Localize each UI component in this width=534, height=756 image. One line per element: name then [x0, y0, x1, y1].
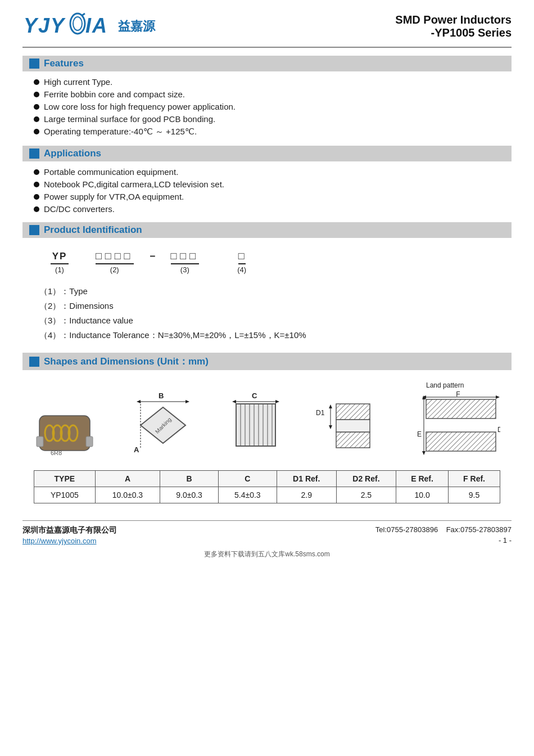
svg-text:YJY: YJY — [24, 14, 66, 37]
svg-text:A: A — [134, 446, 139, 454]
table-header-row: TYPE A B C D1 Ref. D2 Ref. E Ref. F Ref. — [34, 471, 500, 487]
svg-marker-15 — [137, 400, 141, 403]
logo-yjycoin: YJY IA — [22, 11, 112, 41]
col-c: C — [218, 471, 277, 487]
bullet-dot — [34, 79, 39, 85]
svg-text:C: C — [252, 392, 257, 400]
list-item: Notebook PC,digital carmera,LCD televisi… — [34, 179, 512, 189]
list-item: Operating temperature:-40℃ ～ +125℃. — [34, 127, 512, 137]
pid-top-2: □□□□ — [96, 250, 134, 264]
cell-d2: 2.5 — [336, 487, 396, 503]
features-list: High current Type. Ferrite bobbin core a… — [22, 77, 512, 146]
col-type: TYPE — [34, 471, 96, 487]
bullet-dot — [34, 129, 39, 134]
svg-point-2 — [73, 17, 82, 30]
page-header: YJY IA 益嘉源 SMD Power Inductors -YP1005 S… — [22, 11, 512, 48]
pid-bottom-4: (4) — [237, 266, 246, 274]
svg-text:6R8: 6R8 — [51, 449, 62, 456]
applications-list: Portable communication equipment. Notebo… — [22, 167, 512, 222]
pid-part-3: □□□ (3) — [171, 250, 200, 274]
footer-left: 深圳市益嘉源电子有限公司 http://www.yjycoin.com — [22, 525, 117, 545]
land-pattern-label: Land pattern — [426, 381, 464, 389]
pid-part-2: □□□□ (2) — [96, 250, 134, 274]
bullet-dot — [34, 116, 39, 122]
logo-area: YJY IA 益嘉源 — [22, 11, 155, 41]
bullet-dot — [34, 194, 39, 200]
shapes-section: 6R8 B Marking A — [22, 376, 512, 511]
cell-c: 5.4±0.3 — [218, 487, 277, 503]
pid-bottom-2: (2) — [110, 266, 119, 274]
product-id-title: Product Identification — [44, 224, 142, 236]
features-header: Features — [22, 56, 512, 71]
applications-header: Applications — [22, 146, 512, 161]
svg-rect-12 — [86, 436, 93, 447]
footer-url[interactable]: http://www.yjycoin.com — [22, 537, 117, 545]
pid-part-4: □ (4) — [237, 250, 246, 274]
svg-text:E: E — [417, 430, 422, 438]
col-f: F Ref. — [449, 471, 500, 487]
svg-text:F: F — [456, 392, 460, 398]
product-id-blue-square — [29, 225, 39, 235]
bullet-dot — [34, 92, 39, 97]
list-item: High current Type. — [34, 77, 512, 87]
cell-e: 10.0 — [396, 487, 449, 503]
svg-rect-48 — [426, 399, 496, 418]
side-view-svg: B Marking A — [129, 392, 197, 459]
svg-text:B: B — [159, 392, 164, 400]
front-view-diagram: D1 — [315, 392, 382, 459]
footer-bottom: 更多资料下载请到五八文库wk.58sms.com — [22, 550, 512, 559]
legend-item-3: （3）：Inductance value — [39, 316, 500, 326]
col-e: E Ref. — [396, 471, 449, 487]
list-item: Large terminal surface for good PCB bond… — [34, 114, 512, 124]
svg-rect-38 — [336, 404, 370, 420]
svg-marker-24 — [275, 400, 279, 403]
product-id-header: Product Identification — [22, 222, 512, 238]
svg-rect-54 — [426, 432, 496, 451]
cross-section-svg: C — [230, 392, 281, 459]
features-blue-square — [29, 58, 39, 69]
list-item: Power supply for VTR,OA equipment. — [34, 192, 512, 201]
footer-contact: Tel:0755-27803896 Fax:0755-27803897 — [375, 525, 512, 534]
legend-item-1: （1）：Type — [39, 286, 500, 297]
pid-top-4: □ — [238, 250, 246, 264]
cell-type: YP1005 — [34, 487, 96, 503]
col-d1: D1 Ref. — [277, 471, 336, 487]
bullet-dot — [34, 206, 39, 212]
land-pattern-svg: F E D2 — [416, 392, 500, 459]
svg-marker-53 — [422, 451, 426, 455]
list-item: DC/DC converters. — [34, 204, 512, 214]
shapes-title: Shapes and Dimensions (Unit：mm) — [44, 355, 209, 368]
inductor-svg: 6R8 — [34, 406, 96, 459]
product-title-line1: SMD Power Inductors — [395, 14, 512, 26]
dimensions-table: TYPE A B C D1 Ref. D2 Ref. E Ref. F Ref.… — [34, 470, 500, 503]
svg-marker-36 — [329, 404, 332, 408]
footer-right: Tel:0755-27803896 Fax:0755-27803897 - 1 … — [375, 525, 512, 544]
cell-b: 9.0±0.3 — [160, 487, 219, 503]
shapes-blue-square — [29, 357, 39, 367]
inductor-photo: 6R8 — [34, 406, 96, 459]
bullet-dot — [34, 182, 39, 187]
svg-line-3 — [82, 14, 85, 16]
side-view-diagram: B Marking A — [129, 392, 197, 459]
bullet-dot — [34, 104, 39, 110]
product-id-section: YP (1) □□□□ (2) － □□□ (3) □ (4) （1）：Type… — [22, 244, 512, 353]
shapes-header: Shapes and Dimensions (Unit：mm) — [22, 353, 512, 370]
footer-company: 深圳市益嘉源电子有限公司 — [22, 525, 117, 536]
svg-text:D1: D1 — [316, 409, 325, 417]
logo-svg: YJY IA — [22, 11, 112, 37]
features-title: Features — [44, 58, 84, 69]
pid-top-3: □□□ — [171, 250, 200, 264]
legend-item-4: （4）：Inductance Tolerance：N=±30%,M=±20%，L… — [39, 330, 500, 341]
svg-rect-5 — [39, 416, 90, 451]
product-title-line2: -YP1005 Series — [395, 26, 512, 39]
svg-marker-46 — [496, 395, 500, 399]
table-row: YP1005 10.0±0.3 9.0±0.3 5.4±0.3 2.9 2.5 … — [34, 487, 500, 503]
list-item: Portable communication equipment. — [34, 167, 512, 177]
logo-chinese-text: 益嘉源 — [118, 18, 155, 35]
legend-item-2: （2）：Dimensions — [39, 301, 500, 312]
cross-section-diagram: C — [230, 392, 281, 459]
svg-text:D2: D2 — [497, 426, 500, 434]
footer-page: - 1 - — [375, 536, 512, 544]
pid-top-1: YP — [51, 251, 69, 264]
front-view-svg: D1 — [315, 392, 382, 459]
